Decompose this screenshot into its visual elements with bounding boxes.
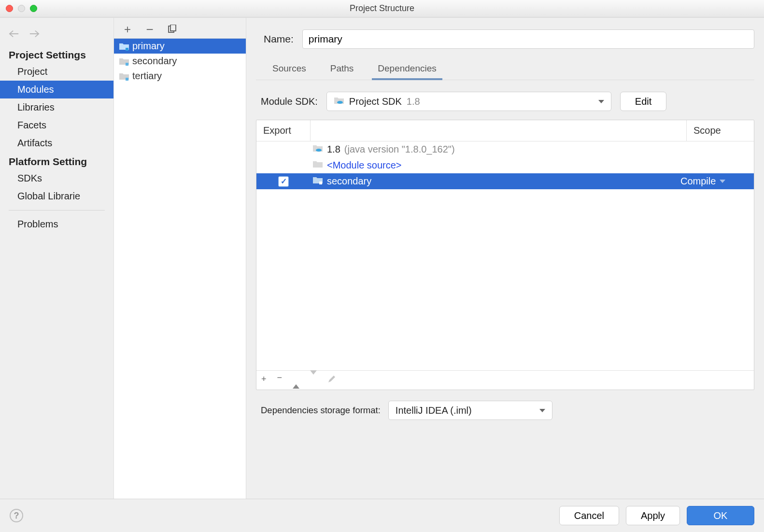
module-sdk-select[interactable]: Project SDK 1.8 bbox=[326, 92, 611, 111]
dep-label: 1.8 bbox=[327, 144, 340, 155]
module-item-secondary[interactable]: secondary bbox=[114, 54, 246, 69]
minimize-window-button[interactable] bbox=[18, 5, 25, 12]
dependency-row-sdk[interactable]: 1.8 (java version "1.8.0_162") bbox=[256, 141, 754, 157]
svg-rect-3 bbox=[126, 63, 128, 66]
sidebar-item-sdks[interactable]: SDKs bbox=[0, 169, 113, 187]
remove-module-icon[interactable]: − bbox=[145, 25, 155, 34]
module-sdk-label: Module SDK: bbox=[261, 96, 318, 107]
svg-point-5 bbox=[337, 101, 343, 104]
titlebar: Project Structure bbox=[0, 0, 764, 17]
sdk-icon bbox=[334, 96, 344, 107]
sidebar-item-project[interactable]: Project bbox=[0, 63, 113, 81]
module-details: Name: Sources Paths Dependencies Module … bbox=[246, 18, 764, 499]
help-button[interactable]: ? bbox=[10, 509, 23, 522]
section-project-settings: Project Settings bbox=[0, 45, 113, 63]
module-label: secondary bbox=[132, 56, 177, 67]
sidebar-item-global-libraries[interactable]: Global Librarie bbox=[0, 187, 113, 205]
module-item-primary[interactable]: primary bbox=[114, 39, 246, 54]
edit-dependency-icon[interactable] bbox=[327, 375, 336, 386]
add-module-icon[interactable]: + bbox=[123, 25, 132, 34]
svg-rect-7 bbox=[319, 182, 322, 184]
tab-dependencies[interactable]: Dependencies bbox=[376, 59, 438, 80]
module-icon bbox=[119, 42, 129, 51]
chevron-down-icon bbox=[720, 180, 725, 183]
sdk-value-sub: 1.8 bbox=[407, 96, 420, 107]
module-icon bbox=[119, 72, 129, 81]
storage-value: IntelliJ IDEA (.iml) bbox=[396, 405, 472, 416]
dependency-row-secondary[interactable]: ✓ secondary Compile bbox=[256, 173, 754, 189]
svg-rect-2 bbox=[126, 48, 128, 51]
copy-module-icon[interactable] bbox=[167, 25, 177, 34]
cancel-button[interactable]: Cancel bbox=[559, 506, 619, 525]
column-export: Export bbox=[256, 120, 311, 141]
scope-cell[interactable]: Compile bbox=[680, 176, 754, 187]
nav-arrows bbox=[0, 21, 113, 45]
column-spacer bbox=[311, 120, 686, 141]
sdk-value-main: Project SDK bbox=[349, 96, 402, 107]
module-label: primary bbox=[132, 41, 165, 52]
dependencies-table: Export Scope 1.8 (java version "1.8.0_16… bbox=[256, 120, 754, 390]
apply-button[interactable]: Apply bbox=[626, 506, 680, 525]
module-icon bbox=[312, 176, 323, 187]
forward-icon[interactable] bbox=[29, 29, 40, 41]
modules-pane: + − primary secondary bbox=[114, 18, 246, 499]
sidebar-item-artifacts[interactable]: Artifacts bbox=[0, 134, 113, 152]
dep-label: <Module source> bbox=[327, 160, 402, 171]
dependencies-header: Export Scope bbox=[256, 120, 754, 141]
remove-dependency-icon[interactable]: − bbox=[277, 375, 283, 386]
chevron-down-icon bbox=[539, 409, 545, 412]
add-dependency-icon[interactable]: + bbox=[261, 375, 267, 386]
tab-sources[interactable]: Sources bbox=[270, 59, 308, 80]
sidebar-item-problems[interactable]: Problems bbox=[0, 215, 113, 233]
module-icon bbox=[119, 57, 129, 66]
module-sdk-row: Module SDK: Project SDK 1.8 Edit bbox=[256, 80, 754, 120]
storage-label: Dependencies storage format: bbox=[261, 405, 381, 416]
column-scope: Scope bbox=[686, 120, 754, 141]
dep-label: secondary bbox=[327, 176, 371, 187]
dialog-footer: ? Cancel Apply OK bbox=[0, 499, 764, 532]
name-label: Name: bbox=[264, 33, 294, 45]
dependencies-toolbar: + − bbox=[256, 370, 754, 390]
export-checkbox[interactable]: ✓ bbox=[278, 176, 289, 187]
module-item-tertiary[interactable]: tertiary bbox=[114, 69, 246, 84]
ok-button[interactable]: OK bbox=[687, 506, 754, 525]
section-platform-settings: Platform Setting bbox=[0, 152, 113, 169]
svg-rect-1 bbox=[170, 25, 176, 31]
dialog-body: Project Settings Project Modules Librari… bbox=[0, 17, 764, 499]
sidebar-separator bbox=[9, 210, 105, 210]
scope-value: Compile bbox=[680, 176, 716, 187]
module-name-input[interactable] bbox=[302, 29, 754, 49]
svg-point-6 bbox=[316, 149, 322, 152]
close-window-button[interactable] bbox=[6, 5, 13, 12]
storage-format-row: Dependencies storage format: IntelliJ ID… bbox=[256, 390, 754, 429]
dep-sublabel: (java version "1.8.0_162") bbox=[344, 144, 455, 155]
window-controls bbox=[6, 5, 37, 12]
sidebar-item-facets[interactable]: Facets bbox=[0, 116, 113, 134]
sidebar-item-libraries[interactable]: Libraries bbox=[0, 98, 113, 116]
svg-rect-4 bbox=[126, 78, 128, 81]
tab-paths[interactable]: Paths bbox=[328, 59, 356, 80]
zoom-window-button[interactable] bbox=[30, 5, 37, 12]
window-title: Project Structure bbox=[0, 3, 764, 14]
folder-icon bbox=[312, 160, 323, 171]
project-structure-window: Project Structure Project Settings Proje… bbox=[0, 0, 764, 532]
module-tabs: Sources Paths Dependencies bbox=[256, 59, 754, 80]
sidebar-item-modules[interactable]: Modules bbox=[0, 81, 113, 98]
sdk-icon bbox=[312, 144, 323, 155]
move-down-icon[interactable] bbox=[310, 375, 317, 386]
module-label: tertiary bbox=[132, 70, 162, 82]
storage-format-select[interactable]: IntelliJ IDEA (.iml) bbox=[388, 401, 552, 420]
edit-sdk-button[interactable]: Edit bbox=[620, 92, 666, 111]
dependency-row-module-source[interactable]: <Module source> bbox=[256, 157, 754, 173]
name-row: Name: bbox=[256, 24, 754, 59]
settings-sidebar: Project Settings Project Modules Librari… bbox=[0, 18, 114, 499]
modules-toolbar: + − bbox=[114, 18, 246, 39]
chevron-down-icon bbox=[598, 100, 604, 103]
move-up-icon[interactable] bbox=[293, 375, 299, 386]
back-icon[interactable] bbox=[9, 29, 19, 41]
